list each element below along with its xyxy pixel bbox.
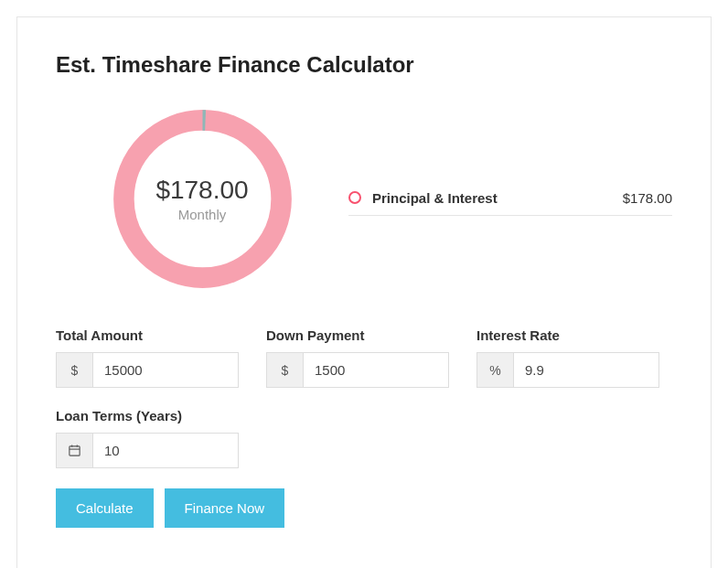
circle-icon [348, 191, 361, 204]
legend-value: $178.00 [623, 190, 672, 206]
label-interest-rate: Interest Rate [476, 327, 659, 343]
calculate-button[interactable]: Calculate [56, 488, 154, 528]
form-row-1: Total Amount $ Down Payment $ Interest R… [56, 327, 672, 388]
svg-rect-1 [70, 446, 80, 455]
donut-center: $178.00 Monthly [109, 105, 296, 293]
label-loan-terms: Loan Terms (Years) [56, 408, 239, 423]
calendar-icon [57, 434, 93, 467]
loan-terms-input[interactable] [93, 434, 238, 467]
input-group-loan-terms [56, 433, 239, 468]
total-amount-input[interactable] [93, 353, 238, 387]
input-group-interest-rate: % [476, 352, 659, 388]
down-payment-input[interactable] [304, 353, 448, 387]
calculator-card: Est. Timeshare Finance Calculator $178.0… [16, 16, 712, 568]
legend: Principal & Interest $178.00 [348, 183, 672, 216]
field-down-payment: Down Payment $ [266, 327, 449, 388]
finance-now-button[interactable]: Finance Now [165, 488, 285, 528]
label-down-payment: Down Payment [266, 327, 449, 343]
donut-chart: $178.00 Monthly [109, 105, 296, 293]
buttons-row: Calculate Finance Now [56, 488, 672, 528]
percent-icon: % [477, 353, 514, 387]
summary-row: $178.00 Monthly Principal & Interest $17… [56, 105, 672, 293]
input-group-total-amount: $ [56, 352, 239, 388]
field-interest-rate: Interest Rate % [476, 327, 659, 388]
form-row-2: Loan Terms (Years) [56, 408, 672, 468]
legend-row-principal-interest: Principal & Interest $178.00 [348, 183, 672, 216]
monthly-label: Monthly [178, 207, 227, 222]
dollar-icon: $ [57, 353, 93, 387]
donut-container: $178.00 Monthly [56, 105, 348, 293]
legend-label: Principal & Interest [372, 190, 498, 206]
dollar-icon: $ [267, 353, 304, 387]
field-loan-terms: Loan Terms (Years) [56, 408, 239, 468]
input-group-down-payment: $ [266, 352, 449, 388]
monthly-amount: $178.00 [155, 176, 248, 205]
page-title: Est. Timeshare Finance Calculator [56, 52, 672, 78]
interest-rate-input[interactable] [514, 353, 658, 387]
label-total-amount: Total Amount [56, 327, 239, 343]
field-total-amount: Total Amount $ [56, 327, 239, 388]
